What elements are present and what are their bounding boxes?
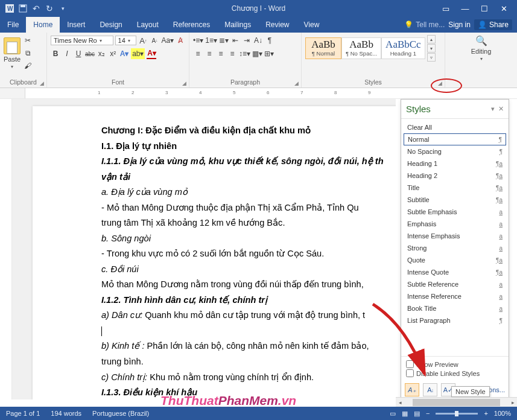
style-item[interactable]: Heading 2¶a xyxy=(404,170,506,182)
font-color-icon[interactable]: A▾ xyxy=(147,48,156,59)
bold-button[interactable]: B xyxy=(51,48,60,59)
style-item[interactable]: Heading 1¶a xyxy=(404,158,506,170)
tab-layout[interactable]: Layout xyxy=(130,17,166,33)
decrease-indent-icon[interactable]: ⇤ xyxy=(230,35,240,46)
redo-icon[interactable]: ↻ xyxy=(45,4,54,13)
grow-font-icon[interactable]: A↑ xyxy=(138,35,148,46)
font-size-combo[interactable]: 14▾ xyxy=(115,36,137,45)
justify-icon[interactable]: ≡ xyxy=(227,48,237,59)
status-page[interactable]: Page 1 of 1 xyxy=(6,410,40,417)
read-mode-icon[interactable]: ▭ xyxy=(390,410,396,418)
doc-line[interactable]: I.1.2. Tình hình dân cư, kinh tế, chính … xyxy=(101,293,396,308)
qat-customize-icon[interactable]: ▾ xyxy=(58,4,68,13)
style-item[interactable]: Title¶a xyxy=(404,182,506,194)
style-item[interactable]: Intense Emphasisa xyxy=(404,230,506,242)
style-item[interactable]: No Spacing¶ xyxy=(404,145,506,158)
zoom-in-button[interactable]: + xyxy=(484,410,487,417)
styles-dialog-launcher-icon[interactable]: ◢ xyxy=(438,79,442,88)
tab-view[interactable]: View xyxy=(297,17,327,33)
disable-linked-checkbox[interactable]: Disable Linked Styles xyxy=(406,369,504,377)
style-clear-all[interactable]: Clear All xyxy=(404,121,506,133)
horizontal-scrollbar[interactable]: ◂ ▸ xyxy=(396,397,517,407)
numbering-icon[interactable]: 1≡▾ xyxy=(205,35,217,46)
zoom-slider[interactable] xyxy=(436,413,478,415)
align-center-icon[interactable]: ≡ xyxy=(205,48,214,59)
doc-line[interactable]: c. Đồi núi xyxy=(101,262,396,278)
doc-line[interactable]: c) Chính trị: Khu mỏ nằm trong vùng chín… xyxy=(101,370,396,386)
dialog-launcher-icon[interactable]: ◢ xyxy=(40,79,44,88)
dialog-launcher-icon[interactable]: ◢ xyxy=(182,79,186,88)
align-left-icon[interactable]: ≡ xyxy=(193,48,203,59)
style-normal[interactable]: AaBb ¶ Normal xyxy=(305,37,341,59)
style-item[interactable]: Intense Referencea xyxy=(404,290,506,302)
show-hide-icon[interactable]: ¶ xyxy=(265,35,274,46)
scroll-right-icon[interactable]: ▸ xyxy=(509,399,517,406)
new-style-button[interactable]: A₊ xyxy=(405,383,419,396)
style-item[interactable]: Subtle Emphasisa xyxy=(404,206,506,218)
copy-icon[interactable]: ⧉ xyxy=(23,48,33,59)
print-layout-icon[interactable]: ▦ xyxy=(402,410,408,418)
close-button[interactable]: ✕ xyxy=(498,2,510,14)
cut-icon[interactable]: ✂ xyxy=(23,35,33,46)
strikethrough-button[interactable]: abc xyxy=(85,48,95,59)
web-layout-icon[interactable]: ▤ xyxy=(414,410,420,418)
doc-line[interactable]: a) Dân cư: Quanh khu mỏ dân cư tập trung… xyxy=(101,308,396,323)
format-painter-icon[interactable]: 🖌 xyxy=(23,60,33,71)
bullets-icon[interactable]: •≡▾ xyxy=(193,35,203,46)
italic-button[interactable]: I xyxy=(62,48,72,59)
shrink-font-icon[interactable]: A↓ xyxy=(150,35,159,46)
style-item[interactable]: Normal¶ xyxy=(404,133,506,145)
style-item[interactable]: Book Titlea xyxy=(404,302,506,314)
tab-file[interactable]: File xyxy=(0,17,26,33)
doc-line[interactable]: trung tâm Thị xã khoảng 12 km về hướng B… xyxy=(101,215,396,231)
style-item[interactable]: Subtitle¶a xyxy=(404,194,506,206)
styles-scroll-down-icon[interactable]: ▾ xyxy=(427,44,436,52)
share-button[interactable]: 👤Share xyxy=(474,19,512,30)
maximize-button[interactable]: ☐ xyxy=(478,2,490,14)
ruler-horizontal[interactable]: 123456789 xyxy=(0,88,517,99)
zoom-out-button[interactable]: − xyxy=(426,410,430,417)
style-item[interactable]: List Paragraph¶ xyxy=(404,314,506,326)
doc-line[interactable]: - Trong khu vực mỏ có 2 suối lớn bắt ngu… xyxy=(101,246,396,262)
subscript-button[interactable]: x₂ xyxy=(97,48,106,59)
status-language[interactable]: Portuguese (Brazil) xyxy=(92,410,149,417)
doc-line[interactable]: I.1.1. Địa lý của vùng mỏ, khu vực thiết… xyxy=(101,154,396,170)
tell-me[interactable]: 💡Tell me... xyxy=(404,21,445,29)
ruler-vertical[interactable] xyxy=(0,99,12,399)
scroll-thumb[interactable] xyxy=(413,399,500,406)
save-icon[interactable] xyxy=(18,4,28,13)
increase-indent-icon[interactable]: ⇥ xyxy=(242,35,252,46)
clear-formatting-icon[interactable]: A̷ xyxy=(176,35,185,46)
undo-icon[interactable]: ↶ xyxy=(31,4,41,13)
style-item[interactable]: Emphasisa xyxy=(404,218,506,230)
style-item[interactable]: Stronga xyxy=(404,242,506,254)
zoom-level[interactable]: 100% xyxy=(494,410,511,417)
style-no-spacing[interactable]: AaBb ¶ No Spac... xyxy=(341,37,381,59)
style-item[interactable]: Intense Quote¶a xyxy=(404,266,506,278)
style-heading-1[interactable]: AaBbCc Heading 1 xyxy=(381,37,425,59)
doc-line[interactable]: Chương I: Đặc Điểm và điều kiện địa chất… xyxy=(101,123,396,139)
scroll-left-icon[interactable]: ◂ xyxy=(396,399,404,406)
doc-line[interactable]: b. Sông ngòi xyxy=(101,231,396,247)
sign-in-link[interactable]: Sign in xyxy=(448,21,471,29)
style-inspector-button[interactable]: Aᵢ xyxy=(423,383,437,396)
line-spacing-icon[interactable]: ↕≡▾ xyxy=(239,48,250,59)
tab-insert[interactable]: Insert xyxy=(60,17,92,33)
doc-line[interactable]: Mỏ than Mông Dương nằm trong vùng đồi nú… xyxy=(101,277,396,293)
font-family-combo[interactable]: Times New Ro▾ xyxy=(51,36,113,45)
minimize-button[interactable]: — xyxy=(459,2,471,14)
doc-line[interactable]: vận tải xyxy=(101,170,396,185)
underline-button[interactable]: U xyxy=(74,48,83,59)
tab-design[interactable]: Design xyxy=(92,17,129,33)
superscript-button[interactable]: x² xyxy=(108,48,118,59)
borders-icon[interactable]: ⊞▾ xyxy=(264,48,274,59)
styles-scroll-up-icon[interactable]: ▴ xyxy=(427,35,436,43)
doc-line[interactable]: a. Địa lý của vùng mỏ xyxy=(101,185,396,200)
tab-references[interactable]: References xyxy=(166,17,217,33)
doc-line[interactable]: - Mỏ than Mông Dương thuộc địa phận Thị … xyxy=(101,200,396,216)
shading-icon[interactable]: ▦▾ xyxy=(252,48,262,59)
tab-mailings[interactable]: Mailings xyxy=(217,17,258,33)
status-word-count[interactable]: 194 words xyxy=(51,410,81,417)
tab-home[interactable]: Home xyxy=(26,17,60,33)
align-right-icon[interactable]: ≡ xyxy=(216,48,226,59)
